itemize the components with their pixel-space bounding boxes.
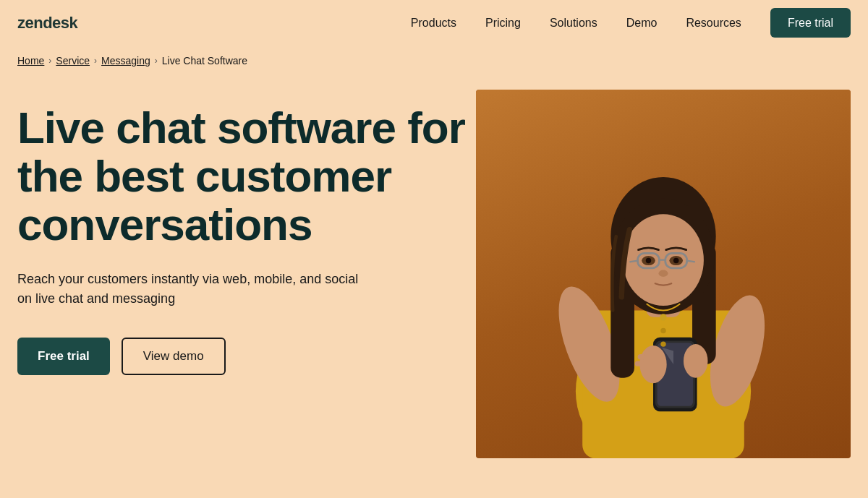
hero-content: Live chat software for the best customer… [17,90,476,375]
svg-point-19 [646,257,651,262]
svg-point-31 [660,341,665,346]
hero-image [476,90,851,465]
hero-free-trial-button[interactable]: Free trial [17,338,110,375]
hero-subtitle: Reach your customers instantly via web, … [17,270,365,309]
breadcrumb-separator-1: › [48,56,51,66]
nav-free-trial-button[interactable]: Free trial [770,8,851,38]
svg-rect-28 [635,361,644,366]
svg-point-29 [660,314,666,320]
nav-link-pricing[interactable]: Pricing [485,17,521,29]
hero-view-demo-button[interactable]: View demo [122,338,226,375]
breadcrumb-current: Live Chat Software [162,55,247,66]
svg-rect-27 [637,354,645,359]
nav-link-resources[interactable]: Resources [686,17,741,29]
hero-buttons: Free trial View demo [17,338,476,375]
nav-link-solutions[interactable]: Solutions [550,17,597,29]
svg-point-26 [684,344,708,378]
svg-point-20 [673,257,678,262]
nav-item-resources[interactable]: Resources [686,17,741,30]
breadcrumb-messaging[interactable]: Messaging [101,55,150,66]
svg-point-30 [660,327,665,332]
breadcrumb-home[interactable]: Home [17,55,44,66]
breadcrumb: Home › Service › Messaging › Live Chat S… [0,46,868,66]
nav-item-solutions[interactable]: Solutions [550,17,597,30]
hero-image-placeholder [476,90,851,458]
person-illustration [513,108,813,459]
nav-item-products[interactable]: Products [411,17,456,30]
navigation: zendesk Products Pricing Solutions Demo … [0,0,868,46]
breadcrumb-separator-2: › [94,56,97,66]
svg-point-21 [658,270,668,276]
nav-item-free-trial[interactable]: Free trial [770,17,851,30]
hero-title: Live chat software for the best customer… [17,104,476,249]
nav-item-pricing[interactable]: Pricing [485,17,521,30]
nav-item-demo[interactable]: Demo [626,17,658,30]
breadcrumb-separator-3: › [155,56,158,66]
hero-section: Live chat software for the best customer… [0,66,868,494]
nav-link-demo[interactable]: Demo [626,17,658,29]
nav-link-products[interactable]: Products [411,17,456,29]
breadcrumb-service[interactable]: Service [56,55,90,66]
brand-logo[interactable]: zendesk [17,14,77,33]
nav-links: Products Pricing Solutions Demo Resource… [411,17,851,30]
